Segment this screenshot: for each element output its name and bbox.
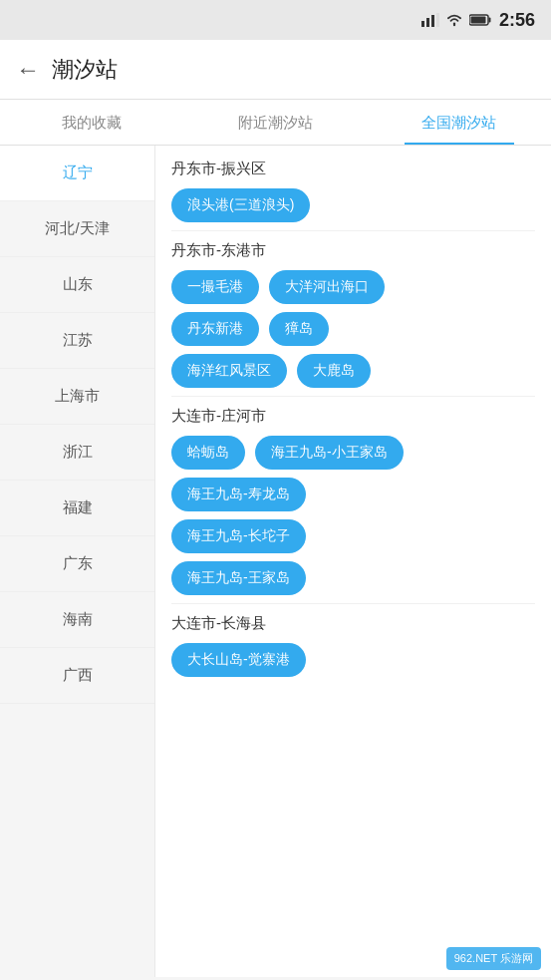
section-header-dandong-zhenxing: 丹东市-振兴区 <box>171 160 535 178</box>
svg-rect-6 <box>470 17 485 24</box>
divider <box>171 396 535 397</box>
tags-row: 大长山岛-觉寨港 <box>171 643 535 677</box>
section-header-dalian-changhai: 大连市-长海县 <box>171 614 535 633</box>
tags-row: 海王九岛-长坨子 <box>171 519 535 553</box>
station-tag-daludao[interactable]: 大鹿岛 <box>297 354 371 388</box>
station-tag-langtogang[interactable]: 浪头港(三道浪头) <box>171 188 310 222</box>
section-header-dalian-zhuanghe: 大连市-庄河市 <box>171 407 535 426</box>
station-tag-dachangshan[interactable]: 大长山岛-觉寨港 <box>171 643 306 677</box>
svg-rect-2 <box>431 15 434 27</box>
section-header-dandong-donggang: 丹东市-东港市 <box>171 241 535 260</box>
back-button[interactable]: ← <box>16 56 40 84</box>
station-tag-yicuomaogang[interactable]: 一撮毛港 <box>171 270 259 304</box>
station-tag-haiwang-changtuozi[interactable]: 海王九岛-长坨子 <box>171 519 306 553</box>
svg-rect-3 <box>436 13 439 27</box>
tags-row: 蛤蛎岛 海王九岛-小王家岛 <box>171 436 535 470</box>
sidebar-item-hainan[interactable]: 海南 <box>0 592 154 648</box>
sidebar-item-hebei-tianjin[interactable]: 河北/天津 <box>0 201 154 257</box>
tags-row: 浪头港(三道浪头) <box>171 188 535 222</box>
station-tag-haiyangfengjingqu[interactable]: 海洋红风景区 <box>171 354 287 388</box>
tags-row: 一撮毛港 大洋河出海口 <box>171 270 535 304</box>
sidebar-item-zhejiang[interactable]: 浙江 <box>0 425 154 481</box>
status-bar: 2:56 <box>0 0 551 40</box>
station-tag-dayanghe[interactable]: 大洋河出海口 <box>269 270 385 304</box>
battery-icon <box>469 14 491 26</box>
status-icons <box>421 13 491 27</box>
region-sidebar: 辽宁 河北/天津 山东 江苏 上海市 浙江 福建 广东 海南 广西 <box>0 146 155 977</box>
tags-row: 海王九岛-寿龙岛 <box>171 478 535 511</box>
sidebar-item-fujian[interactable]: 福建 <box>0 481 154 536</box>
tags-row: 海洋红风景区 大鹿岛 <box>171 354 535 388</box>
main-content: 辽宁 河北/天津 山东 江苏 上海市 浙江 福建 广东 海南 广西 <box>0 146 551 977</box>
tab-favorites[interactable]: 我的收藏 <box>0 100 183 145</box>
sidebar-item-shanghai[interactable]: 上海市 <box>0 369 154 425</box>
station-tag-haiwang-shoulong[interactable]: 海王九岛-寿龙岛 <box>171 478 306 511</box>
sidebar-item-guangdong[interactable]: 广东 <box>0 536 154 592</box>
divider <box>171 603 535 604</box>
wifi-icon <box>445 13 463 27</box>
station-tag-haiwang-wangjia[interactable]: 海王九岛-王家岛 <box>171 561 306 595</box>
tab-bar: 我的收藏 附近潮汐站 全国潮汐站 <box>0 100 551 146</box>
sidebar-item-shandong[interactable]: 山东 <box>0 257 154 313</box>
watermark: 962.NET 乐游网 <box>446 947 541 970</box>
sidebar-item-guangxi[interactable]: 广西 <box>0 648 154 704</box>
tab-nearby[interactable]: 附近潮汐站 <box>183 100 367 145</box>
svg-rect-5 <box>488 18 490 23</box>
svg-rect-1 <box>426 18 429 27</box>
station-tag-dandongxingang[interactable]: 丹东新港 <box>171 312 259 346</box>
sidebar-item-liaoning[interactable]: 辽宁 <box>0 146 154 201</box>
app-header: ← 潮汐站 <box>0 40 551 100</box>
tab-national[interactable]: 全国潮汐站 <box>368 100 551 145</box>
page-title: 潮汐站 <box>52 55 118 85</box>
status-time: 2:56 <box>499 10 535 31</box>
station-tag-zhangdao[interactable]: 獐岛 <box>269 312 329 346</box>
tags-row: 丹东新港 獐岛 <box>171 312 535 346</box>
svg-rect-0 <box>421 21 424 27</box>
sidebar-item-jiangsu[interactable]: 江苏 <box>0 313 154 369</box>
divider <box>171 230 535 231</box>
signal-icon <box>421 13 439 27</box>
station-tag-gelidao[interactable]: 蛤蛎岛 <box>171 436 245 470</box>
stations-content: 丹东市-振兴区 浪头港(三道浪头) 丹东市-东港市 一撮毛港 大洋河出海口 丹东… <box>155 146 551 977</box>
station-tag-haiwang-xiaowang[interactable]: 海王九岛-小王家岛 <box>255 436 404 470</box>
tags-row: 海王九岛-王家岛 <box>171 561 535 595</box>
